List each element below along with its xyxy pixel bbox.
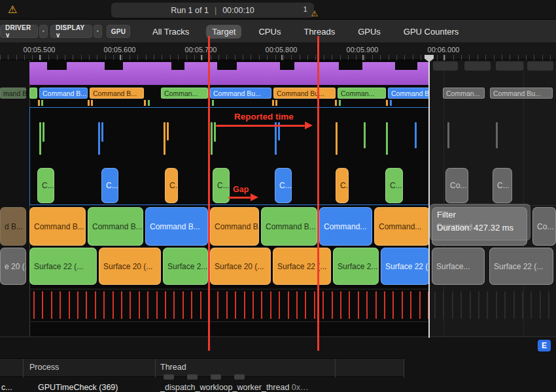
encoder-block[interactable]: C... [385,168,403,203]
vsync-tick-dim [522,291,523,319]
event-tick [212,100,214,106]
command-buffer-block[interactable]: Comman... [338,88,386,99]
vsync-tick-dim [513,291,515,319]
thread-icon [211,374,221,380]
gpu-activity-dim-block [433,61,458,71]
surface-block[interactable]: e 20 (... [0,248,26,285]
surface-block[interactable]: Surface 22 (... [381,248,430,285]
vsync-tick-dim [470,291,471,319]
surface-block[interactable]: Surface 2... [163,248,208,285]
playhead-line[interactable] [428,55,430,338]
annotation-line-end [317,36,319,351]
encoder-block[interactable]: C... [213,168,230,203]
command-buffer-block[interactable]: d B... [0,207,26,246]
thread-icon [187,374,198,380]
command-buffer-block[interactable]: Comman... [161,88,208,99]
thread-column-header[interactable]: Thread [160,363,186,372]
command-buffer-block[interactable]: Command Bu... [210,88,271,99]
vsync-tick-dim [530,291,532,319]
encoder-block[interactable]: C. [336,168,349,203]
encoder-block[interactable]: C... [493,168,512,203]
command-buffer-block[interactable]: Command B... [261,207,317,246]
gpu-activity-dim-block [496,61,523,71]
vsync-tick [296,291,298,319]
event-tick [335,100,337,106]
thread-cell[interactable]: _dispatch_workloop_worker_thread 0x… [160,383,309,392]
vsync-tick [191,291,192,319]
command-buffer-block[interactable]: Command B... [90,88,144,99]
encoder-block[interactable]: C... [37,168,54,203]
thread-icon [234,374,245,380]
process-cell[interactable]: GPUTimeCheck (369) [38,383,118,392]
surface-block[interactable]: Surface 22 (... [29,248,97,285]
vsync-tick [86,291,87,319]
encoder-block[interactable]: Co... [445,168,468,203]
vsync-tick-dim [443,291,444,319]
surface-block[interactable]: Surface... [432,248,485,285]
encoder-block[interactable]: C... [275,168,292,203]
command-buffer-block[interactable]: Command... [319,207,372,246]
vsync-tick [156,291,158,319]
event-tick [148,100,150,106]
vsync-tick [375,291,377,319]
gap-arrow [228,197,251,199]
command-buffer-block[interactable]: Command B... [145,207,208,246]
vsync-tick [113,291,114,319]
gpu-interval-tick [364,122,366,148]
gpu-interval-tick [496,122,498,148]
vsync-tick [384,291,385,319]
gpu-interval-tick [43,122,44,142]
gpu-activity-notch [171,62,184,70]
vsync-tick-dim [548,291,549,319]
reported-time-arrow [216,125,305,127]
extended-detail-badge[interactable]: E [538,340,551,351]
surface-block[interactable]: Surface 22 (... [273,248,331,285]
surface-block[interactable]: Surface 22 (... [489,248,553,285]
encoder-block[interactable]: C... [101,168,118,203]
command-buffer-block[interactable]: Command Bu... [273,88,336,99]
command-buffer-block[interactable]: Command B... [88,207,143,246]
command-buffer-block[interactable]: Command B... [388,88,430,99]
command-buffer-block[interactable]: Command B... [39,88,88,99]
command-buffer-block[interactable]: Command Bu... [490,88,553,99]
command-buffer-block[interactable]: Command... [374,207,430,246]
event-tick [41,100,43,106]
vsync-tick-dim [478,291,479,319]
command-buffer-block[interactable]: Comman... [443,88,485,99]
vsync-tick [60,291,61,319]
vsync-tick [340,291,341,319]
thread-name: _dispatch_workloop_worker_thread [160,383,289,392]
surface-block[interactable]: Surface 20 (... [99,248,161,285]
vsync-tick [244,291,245,319]
surface-block[interactable]: Surface 20 (... [210,248,271,285]
vsync-tick [103,291,105,319]
event-tick [275,100,277,106]
vsync-tick [121,291,122,319]
command-buffer-block[interactable]: Co... [532,207,556,246]
process-column-header[interactable]: Process [29,363,59,372]
column-separator[interactable] [335,359,336,378]
command-buffer-block[interactable]: Command B... [29,207,86,246]
surface-block[interactable]: Surface 2... [333,248,379,285]
column-separator[interactable] [155,359,156,378]
vsync-tick [305,291,306,319]
vsync-tick [200,291,201,319]
vsync-tick [69,291,70,319]
vsync-tick-dim [487,291,488,319]
vsync-tick [402,291,403,319]
vsync-tick [51,291,52,319]
command-buffer-block[interactable] [29,88,37,99]
instruments-window: ⚠ Run 1 of 1 | 00:00:10 ⚠ 1 DRIVER ∨ • D… [0,0,556,392]
command-buffer-block[interactable]: Command B... [210,207,259,246]
gap-arrowhead [251,193,258,201]
gpu-activity-notch [395,62,417,70]
command-buffer-block[interactable]: mand Bu [0,88,26,99]
gpu-activity-notch [217,62,237,70]
gpu-interval-tick [336,122,338,155]
encoder-block[interactable]: C. [165,168,178,203]
vsync-tick [165,291,166,319]
event-tick [88,100,90,106]
event-tick [386,100,388,106]
vsync-tick [322,291,324,319]
vsync-tick [33,291,35,319]
